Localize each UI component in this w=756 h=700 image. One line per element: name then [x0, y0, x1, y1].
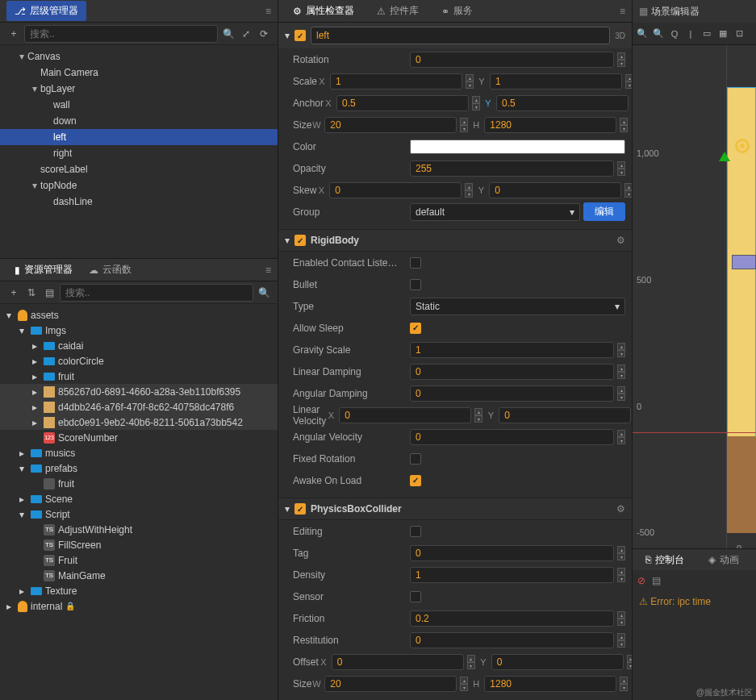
- asset-item[interactable]: ▸musics: [0, 445, 278, 460]
- group-select[interactable]: default▾: [410, 203, 580, 221]
- chevron-down-icon[interactable]: ▾: [285, 503, 290, 515]
- refresh-icon[interactable]: ⟳: [257, 27, 271, 41]
- asset-item[interactable]: ▸856267d0-6891-4660-a28a-3eb110bf6395: [0, 384, 278, 399]
- grid-icon[interactable]: ▦: [716, 27, 729, 40]
- skew-y-input[interactable]: [489, 182, 621, 198]
- angular-velocity-input[interactable]: [410, 429, 614, 445]
- asset-item[interactable]: ▾prefabs: [0, 460, 278, 476]
- awake-on-load-checkbox[interactable]: ✓: [410, 475, 421, 486]
- friction-input[interactable]: [410, 610, 614, 627]
- editing-checkbox[interactable]: [410, 526, 421, 537]
- services-tab[interactable]: ⚭ 服务: [433, 1, 481, 21]
- asset-item[interactable]: ▸Texture: [0, 583, 278, 598]
- skew-x-input[interactable]: [329, 182, 462, 198]
- mode-3d-toggle[interactable]: 3D: [615, 31, 625, 40]
- asset-item[interactable]: ▸internal 🔒: [0, 598, 278, 614]
- tag-input[interactable]: [410, 545, 614, 561]
- asset-item[interactable]: fruit: [0, 476, 278, 491]
- angular-damping-input[interactable]: [410, 385, 614, 402]
- asset-item[interactable]: ▸caidai: [0, 338, 278, 353]
- hierarchy-item[interactable]: Main Camera: [0, 65, 278, 81]
- menu-icon[interactable]: ≡: [265, 6, 271, 17]
- rigidbody-enabled-checkbox[interactable]: ✓: [294, 235, 306, 246]
- zoom-fit-icon[interactable]: Q: [668, 27, 681, 40]
- boxcollider-enabled-checkbox[interactable]: ✓: [294, 503, 306, 515]
- rotation-input[interactable]: [410, 52, 614, 68]
- copy-icon[interactable]: ▤: [652, 575, 661, 586]
- linear-velocity-y-input[interactable]: [499, 407, 631, 423]
- sort-icon[interactable]: ⇅: [24, 285, 39, 300]
- asset-item[interactable]: ▸ebdc0e91-9eb2-40b6-8211-5061a73bb542: [0, 415, 278, 430]
- spinner[interactable]: ▴▾: [617, 52, 625, 67]
- clear-error-icon[interactable]: ⊘: [637, 575, 645, 586]
- scale-x-input[interactable]: [330, 73, 462, 90]
- size-w-input[interactable]: [324, 117, 457, 133]
- assets-tab[interactable]: ▮ 资源管理器: [6, 260, 81, 280]
- asset-item[interactable]: TSFruit: [0, 552, 278, 568]
- cloud-tab[interactable]: ☁ 云函数: [81, 260, 140, 280]
- asset-item[interactable]: TSMainGame: [0, 568, 278, 583]
- size-h-input[interactable]: [484, 117, 616, 133]
- linear-damping-input[interactable]: [410, 364, 614, 380]
- asset-item[interactable]: TSAdjustWithHeight: [0, 522, 278, 537]
- zoom-out-icon[interactable]: 🔍: [636, 27, 649, 40]
- asset-item[interactable]: TSFillScreen: [0, 537, 278, 552]
- restitution-input[interactable]: [410, 632, 614, 648]
- hierarchy-item[interactable]: down: [0, 113, 278, 129]
- filter-icon[interactable]: ▤: [42, 285, 56, 300]
- allow-sleep-checkbox[interactable]: ✓: [410, 323, 421, 334]
- align-icon[interactable]: ▭: [700, 27, 713, 40]
- offset-x-input[interactable]: [332, 654, 464, 670]
- fixed-rotation-checkbox[interactable]: [410, 453, 421, 465]
- menu-icon[interactable]: ≡: [620, 6, 625, 17]
- gravity-scale-input[interactable]: [410, 342, 614, 358]
- anchor-x-input[interactable]: [336, 95, 469, 111]
- hierarchy-item[interactable]: ▾bgLayer: [0, 81, 278, 97]
- widget-lib-tab[interactable]: ⚠ 控件库: [369, 1, 427, 21]
- bullet-checkbox[interactable]: [410, 279, 421, 290]
- asset-item[interactable]: ▾assets: [0, 307, 278, 323]
- asset-item[interactable]: ▾Script: [0, 506, 278, 522]
- asset-item[interactable]: ▸colorCircle: [0, 353, 278, 369]
- hierarchy-item[interactable]: left: [0, 129, 278, 145]
- center-icon[interactable]: ⊡: [733, 27, 746, 40]
- scene-viewport[interactable]: 1,000 500 0 -500 0: [633, 45, 756, 548]
- asset-item[interactable]: ▸d4dbb246-a76f-470f-8c62-40758dc478f6: [0, 399, 278, 415]
- node-enabled-checkbox[interactable]: ✓: [294, 30, 306, 41]
- assets-search-input[interactable]: [60, 284, 253, 302]
- add-asset-button[interactable]: +: [6, 285, 21, 300]
- hierarchy-item[interactable]: scoreLabel: [0, 161, 278, 177]
- inspector-tab[interactable]: ⚙ 属性检查器: [285, 1, 362, 21]
- asset-item[interactable]: ▾Imgs: [0, 323, 278, 338]
- contact-listener-checkbox[interactable]: [410, 257, 421, 269]
- node-name-input[interactable]: [311, 27, 610, 44]
- edit-group-button[interactable]: 编辑: [583, 202, 625, 221]
- hierarchy-item[interactable]: ▾topNode: [0, 177, 278, 194]
- gear-icon[interactable]: ⚙: [616, 235, 625, 246]
- scale-y-input[interactable]: [490, 73, 622, 90]
- gear-icon[interactable]: ⚙: [616, 503, 625, 515]
- sensor-checkbox[interactable]: [410, 591, 421, 602]
- hierarchy-search-input[interactable]: [24, 25, 218, 43]
- chevron-down-icon[interactable]: ▾: [285, 235, 290, 246]
- hierarchy-item[interactable]: ▾Canvas: [0, 48, 278, 65]
- hierarchy-tab[interactable]: ⎇ 层级管理器: [6, 1, 86, 21]
- expand-icon[interactable]: ⤢: [239, 27, 253, 41]
- asset-item[interactable]: ▸fruit: [0, 369, 278, 384]
- linear-velocity-x-input[interactable]: [339, 407, 471, 423]
- chevron-down-icon[interactable]: ▾: [285, 30, 290, 41]
- hierarchy-item[interactable]: right: [0, 145, 278, 161]
- color-swatch[interactable]: [410, 140, 625, 154]
- hierarchy-item[interactable]: wall: [0, 97, 278, 113]
- add-button[interactable]: +: [6, 27, 21, 41]
- asset-item[interactable]: 123ScoreNumber: [0, 430, 278, 445]
- anchor-y-input[interactable]: [496, 95, 629, 111]
- zoom-in-icon[interactable]: 🔍: [652, 27, 665, 40]
- search-icon[interactable]: 🔍: [257, 285, 271, 300]
- search-icon[interactable]: 🔍: [221, 27, 236, 41]
- animation-tab[interactable]: ◈ 动画: [700, 550, 747, 570]
- collider-w-input[interactable]: [324, 676, 457, 692]
- menu-icon[interactable]: ≡: [265, 265, 271, 276]
- console-tab[interactable]: ⎘ 控制台: [637, 550, 692, 570]
- density-input[interactable]: [410, 567, 614, 583]
